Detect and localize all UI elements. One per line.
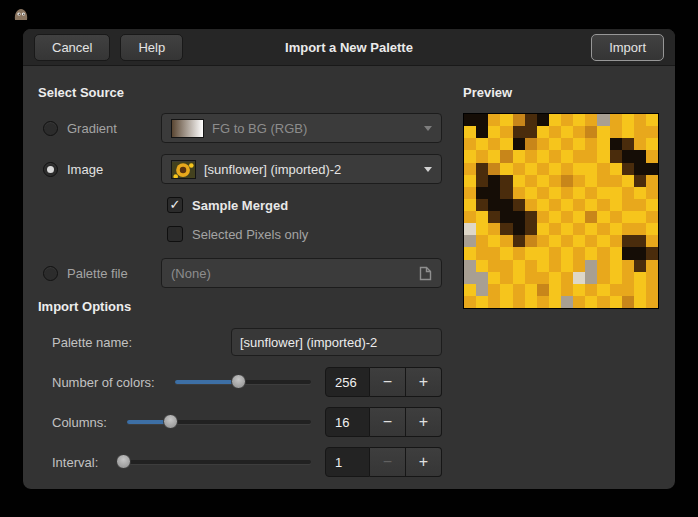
slider-handle[interactable] xyxy=(116,454,131,469)
number-of-colors-label: Number of colors: xyxy=(52,375,155,390)
preview-column: Preview xyxy=(463,76,659,489)
image-combobox[interactable]: [sunflower] (imported)-2 xyxy=(161,154,442,184)
select-source-heading: Select Source xyxy=(38,85,442,100)
number-of-colors-row: Number of colors: 256 − + xyxy=(38,367,442,397)
decrement-button-disabled: − xyxy=(370,447,406,477)
sample-merged-checkbox[interactable]: ✓ xyxy=(167,197,183,213)
sample-merged-label: Sample Merged xyxy=(192,198,288,213)
palette-file-value: (None) xyxy=(171,266,211,281)
dialog-body: Select Source Gradient FG to BG (RGB) xyxy=(23,66,675,489)
columns-label: Columns: xyxy=(52,415,107,430)
image-radio[interactable] xyxy=(43,162,58,177)
import-palette-dialog: Import a New Palette Cancel Help Import … xyxy=(22,28,676,490)
gradient-radio[interactable] xyxy=(43,121,58,136)
slider-track[interactable] xyxy=(118,460,311,464)
interval-row: Interval: 1 − + xyxy=(38,447,442,477)
image-combobox-value: [sunflower] (imported)-2 xyxy=(204,162,341,177)
palette-file-radio-cell[interactable]: Palette file xyxy=(38,266,161,281)
preview-grid xyxy=(463,113,659,309)
import-button[interactable]: Import xyxy=(591,34,664,61)
help-button[interactable]: Help xyxy=(120,34,183,61)
import-options-heading: Import Options xyxy=(38,299,442,314)
palette-file-chooser-button[interactable]: (None) xyxy=(161,258,442,288)
decrement-button[interactable]: − xyxy=(370,407,406,437)
number-of-colors-spinbox: 256 − + xyxy=(325,367,442,397)
gradient-label: Gradient xyxy=(67,121,117,136)
slider-fill xyxy=(175,380,239,384)
document-icon xyxy=(419,266,432,281)
gradient-radio-cell[interactable]: Gradient xyxy=(38,121,161,136)
gradient-source-row: Gradient FG to BG (RGB) xyxy=(38,113,442,143)
chevron-down-icon xyxy=(424,167,432,172)
increment-button[interactable]: + xyxy=(406,407,442,437)
interval-spinbox: 1 − + xyxy=(325,447,442,477)
palette-name-label: Palette name: xyxy=(52,335,132,350)
increment-button[interactable]: + xyxy=(406,367,442,397)
palette-name-input[interactable] xyxy=(231,328,442,356)
slider-handle[interactable] xyxy=(231,374,246,389)
selected-pixels-checkbox[interactable] xyxy=(167,226,183,242)
gradient-combobox-value: FG to BG (RGB) xyxy=(212,121,307,136)
chevron-down-icon xyxy=(424,126,432,131)
decrement-button[interactable]: − xyxy=(370,367,406,397)
palette-file-radio[interactable] xyxy=(43,266,58,281)
columns-row: Columns: 16 − + xyxy=(38,407,442,437)
image-radio-cell[interactable]: Image xyxy=(38,162,161,177)
interval-slider[interactable] xyxy=(118,447,311,477)
palette-file-source-row: Palette file (None) xyxy=(38,258,442,288)
gimp-wilber-window-icon xyxy=(13,8,29,22)
selected-pixels-label: Selected Pixels only xyxy=(192,227,308,242)
palette-file-label: Palette file xyxy=(67,266,128,281)
columns-slider[interactable] xyxy=(127,407,311,437)
columns-value[interactable]: 16 xyxy=(325,407,370,437)
sunflower-thumbnail xyxy=(171,160,196,179)
number-of-colors-slider[interactable] xyxy=(175,367,311,397)
number-of-colors-value[interactable]: 256 xyxy=(325,367,370,397)
gradient-combobox[interactable]: FG to BG (RGB) xyxy=(161,113,442,143)
image-source-row: Image [sunflower] (import xyxy=(38,154,442,184)
columns-spinbox: 16 − + xyxy=(325,407,442,437)
preview-heading: Preview xyxy=(463,85,659,100)
slider-handle[interactable] xyxy=(163,414,178,429)
sample-merged-checkbox-row[interactable]: ✓ Sample Merged xyxy=(167,195,442,215)
controls-column: Select Source Gradient FG to BG (RGB) xyxy=(38,76,442,489)
check-icon: ✓ xyxy=(170,197,181,212)
palette-name-row: Palette name: xyxy=(38,327,442,357)
interval-label: Interval: xyxy=(52,455,98,470)
image-label: Image xyxy=(67,162,103,177)
gradient-thumbnail xyxy=(171,119,204,138)
interval-value[interactable]: 1 xyxy=(325,447,370,477)
increment-button[interactable]: + xyxy=(406,447,442,477)
dialog-header: Import a New Palette Cancel Help Import xyxy=(23,29,675,66)
cancel-button[interactable]: Cancel xyxy=(34,34,110,61)
selected-pixels-checkbox-row[interactable]: Selected Pixels only xyxy=(167,224,442,244)
screen: Import a New Palette Cancel Help Import … xyxy=(0,0,698,517)
